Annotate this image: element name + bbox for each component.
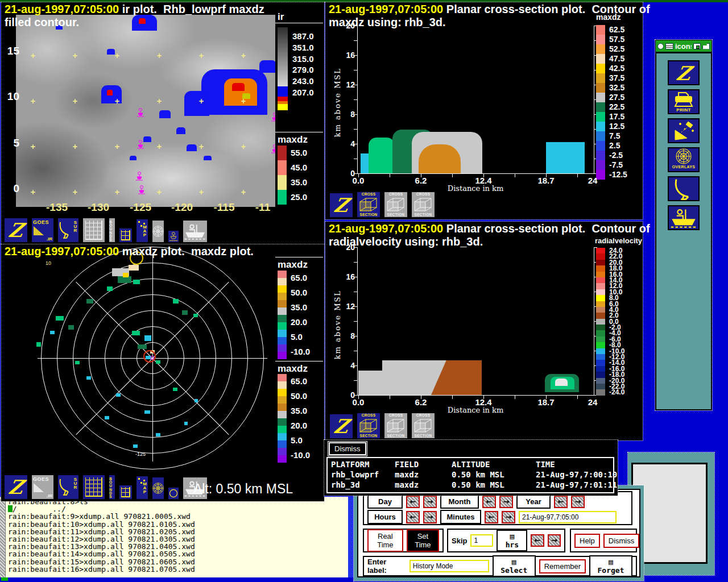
hours-increment-button[interactable]: → bbox=[423, 511, 437, 523]
colorbar-swatch bbox=[596, 141, 605, 151]
dismiss-button[interactable]: Dismiss bbox=[329, 442, 366, 455]
colorbar-label: radialvelocity bbox=[595, 236, 642, 245]
data-blob bbox=[130, 156, 136, 160]
minutes-increment-button[interactable]: → bbox=[502, 511, 515, 523]
platform-status-window: Dismiss PLATFORMFIELDALTITUDETIMErhb_low… bbox=[324, 440, 618, 496]
km-axis: 201612840 bbox=[340, 2, 355, 190]
grid-icon bbox=[121, 487, 130, 497]
time-dialog-body: Day ← → Month ← → Year ← → Hours ← → Min… bbox=[357, 489, 640, 577]
subgrid-button[interactable] bbox=[118, 484, 133, 500]
colorbar-tick: -7.5 bbox=[609, 160, 627, 170]
section-label: SECTION bbox=[384, 213, 407, 217]
window-title: icons bbox=[675, 42, 692, 51]
month-decrement-button[interactable]: ← bbox=[482, 496, 496, 508]
goes-label: GOES bbox=[32, 218, 53, 225]
window-button-icon[interactable] bbox=[657, 43, 664, 49]
skip-units-button[interactable]: ▤ hrs bbox=[497, 530, 527, 551]
grid-button[interactable] bbox=[82, 217, 106, 243]
month-button[interactable]: Month bbox=[440, 494, 479, 509]
minutes-button[interactable]: Minutes bbox=[440, 510, 481, 524]
zeb-logo-button[interactable]: Z bbox=[329, 413, 354, 439]
satellite-button[interactable] bbox=[668, 118, 700, 143]
subgrid-button[interactable] bbox=[118, 227, 133, 243]
data-blob bbox=[182, 310, 188, 315]
zeb-logo-button[interactable]: Z bbox=[3, 474, 28, 500]
skip-value-field[interactable] bbox=[470, 534, 493, 547]
overlays-button[interactable]: OVERLAYS bbox=[668, 147, 700, 172]
ship-button[interactable] bbox=[668, 205, 700, 230]
help-button[interactable]: Help bbox=[574, 534, 600, 548]
terminal-window[interactable]: rain:beaufait:8>ls./ ../rain:beaufait:9>… bbox=[0, 497, 354, 577]
ppi-toolbar: ZGOES.IRSURBOUNDSMAP bbox=[3, 474, 210, 500]
forget-button[interactable]: ▤ Forget bbox=[589, 555, 632, 577]
cross-section-button-1[interactable]: CROSSSECTION bbox=[356, 412, 381, 439]
set-time-button[interactable]: Set Time bbox=[407, 529, 439, 552]
satellite-image[interactable]: ++++++++++++++++++++++++ bbox=[16, 15, 275, 207]
day-button[interactable]: Day bbox=[367, 494, 403, 509]
goes-ir-button[interactable]: GOES.IR bbox=[31, 217, 55, 243]
window-shade-icon[interactable] bbox=[693, 43, 701, 49]
circle-button[interactable] bbox=[167, 487, 180, 500]
buoy-button[interactable] bbox=[167, 230, 180, 243]
zeb-logo-button[interactable]: Z bbox=[668, 60, 700, 85]
colorbar-swatch bbox=[278, 315, 287, 322]
skip-back-button[interactable]: ← bbox=[531, 534, 544, 547]
hours-decrement-button[interactable]: ← bbox=[406, 511, 420, 523]
remember-button[interactable]: Remember bbox=[539, 559, 586, 573]
bounds-button[interactable]: BOUNDS bbox=[108, 217, 116, 243]
colorbar-swatch bbox=[278, 285, 287, 293]
maxdz-colorbar-label: maxdz bbox=[278, 134, 308, 146]
day-decrement-button[interactable]: ← bbox=[406, 496, 420, 508]
select-button[interactable]: ▤ Select bbox=[493, 555, 536, 577]
window-iconify-icon[interactable] bbox=[702, 43, 710, 49]
ship-button[interactable] bbox=[182, 219, 208, 243]
desktop: ++++++++++++++++++++++++ 21-aug-1997,07:… bbox=[0, 0, 728, 582]
cross-section-button-2[interactable]: CROSSSECTION bbox=[383, 412, 408, 439]
grid-button[interactable] bbox=[82, 474, 106, 500]
timestamp: 21-aug-1997,07:05:00 bbox=[329, 3, 443, 15]
cross-section-button-2[interactable]: CROSSSECTION bbox=[383, 191, 408, 218]
zeb-logo-button[interactable]: Z bbox=[329, 192, 354, 218]
year-button[interactable]: Year bbox=[516, 494, 551, 509]
terminal-scrollbar[interactable] bbox=[0, 497, 6, 577]
map-button[interactable]: MAP bbox=[135, 218, 149, 243]
real-time-button[interactable]: Real Time bbox=[367, 529, 403, 552]
year-decrement-button[interactable]: ← bbox=[554, 496, 568, 508]
cross-label: CROSS bbox=[357, 413, 380, 418]
data-blob bbox=[159, 110, 171, 118]
range-rings-button[interactable] bbox=[151, 476, 165, 500]
label-field[interactable] bbox=[410, 560, 489, 572]
radar-sur-button[interactable]: SUR bbox=[57, 217, 80, 243]
minutes-decrement-button[interactable]: ← bbox=[485, 511, 498, 523]
cross-section-button-3[interactable]: CROSSSECTION bbox=[411, 191, 436, 218]
skip-forward-button[interactable]: → bbox=[548, 534, 561, 547]
colorbar-tick: 52.5 bbox=[609, 44, 627, 54]
x-tick-label: 18.7 bbox=[537, 397, 554, 407]
print-button[interactable]: PRINT bbox=[668, 89, 700, 114]
month-increment-button[interactable]: → bbox=[499, 496, 513, 508]
forget-label: Forget bbox=[598, 566, 624, 575]
goes-ir-button[interactable]: GOES.IR bbox=[31, 474, 55, 500]
cube-icon bbox=[358, 197, 379, 212]
radar-button[interactable] bbox=[668, 176, 700, 201]
grid-cross: + bbox=[73, 188, 77, 197]
hours-button[interactable]: Hours bbox=[367, 510, 403, 524]
colorbar-swatch bbox=[278, 448, 287, 455]
time-value-field[interactable] bbox=[519, 511, 617, 523]
icons-window-titlebar[interactable]: icons bbox=[655, 40, 712, 52]
bounds-button[interactable]: BOUNDS bbox=[108, 474, 116, 500]
x-tick-label: 24 bbox=[588, 176, 598, 185]
range-rings-button[interactable] bbox=[151, 219, 165, 243]
map-button[interactable]: MAP bbox=[135, 475, 149, 500]
time-control-dialog: Day ← → Month ← → Year ← → Hours ← → Min… bbox=[354, 485, 644, 581]
day-increment-button[interactable]: → bbox=[423, 496, 437, 508]
data-blob bbox=[68, 325, 74, 330]
grid-cross: + bbox=[199, 97, 204, 106]
window-menu-icon[interactable] bbox=[665, 43, 673, 49]
radar-sur-button[interactable]: SUR bbox=[57, 474, 80, 500]
table-cell: maxdz bbox=[395, 480, 452, 490]
year-increment-button[interactable]: → bbox=[571, 496, 585, 508]
dismiss-button[interactable]: Dismiss bbox=[603, 534, 640, 548]
cross-section-button-3[interactable]: CROSSSECTION bbox=[411, 412, 436, 439]
cross-section-button-1[interactable]: CROSSSECTION bbox=[356, 191, 381, 218]
